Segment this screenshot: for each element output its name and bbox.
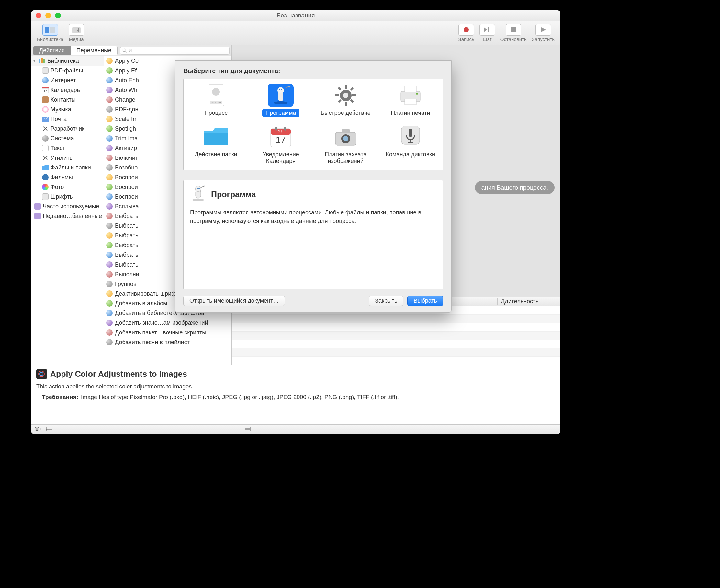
tree-item[interactable]: Текст	[31, 143, 104, 153]
tree-item[interactable]: Разработчик	[31, 124, 104, 133]
record-button[interactable]: Запись	[458, 24, 474, 42]
view-flow-icon[interactable]	[245, 427, 251, 432]
tree-item[interactable]: Система	[31, 133, 104, 143]
action-row[interactable]: Добавить песни в плейлист	[104, 337, 232, 347]
svg-point-75	[195, 186, 201, 192]
svg-text:WFLOW: WFLOW	[211, 101, 221, 104]
tree-item[interactable]: Интернет	[31, 75, 104, 85]
svg-rect-44	[288, 86, 291, 88]
tree-root[interactable]: ▼ Библиотека	[31, 56, 104, 66]
type-quick-action[interactable]: Быстрое действие	[313, 82, 378, 119]
choose-button[interactable]: Выбрать	[407, 296, 443, 306]
tree-smart-item[interactable]: Недавно…бавленные	[31, 211, 104, 221]
action-icon	[106, 212, 113, 219]
type-workflow[interactable]: WFLOW Процесс	[184, 82, 248, 119]
pdf-icon	[42, 67, 49, 74]
action-label: Выбрать	[115, 261, 139, 268]
segment-actions[interactable]: Действия	[33, 46, 71, 55]
segment-bar: Действия Переменные И	[31, 45, 232, 56]
pixelmator-icon	[36, 369, 47, 379]
photos-icon	[42, 183, 49, 190]
tree-item[interactable]: PDF-файлы	[31, 66, 104, 75]
action-label: Воспрои	[115, 193, 138, 200]
action-icon	[106, 145, 113, 152]
tree-item[interactable]: Фото	[31, 182, 104, 192]
type-grid: WFLOW Процесс Программа Быстрое действие	[183, 79, 443, 170]
type-application[interactable]: Программа	[248, 82, 313, 119]
modal-heading: Выберите тип для документа:	[183, 67, 443, 75]
media-icon	[68, 24, 84, 36]
tree-item[interactable]: Фильмы	[31, 172, 104, 182]
action-icon	[106, 67, 113, 74]
svg-rect-52	[350, 99, 354, 103]
action-label: Добавить в альбом	[115, 300, 167, 307]
segment-control[interactable]: Действия Переменные	[33, 46, 118, 55]
tree-item[interactable]: Музыка	[31, 104, 104, 114]
view-list-icon[interactable]	[235, 427, 241, 432]
mail-icon	[42, 115, 49, 123]
svg-rect-4	[78, 28, 79, 30]
search-icon	[122, 48, 127, 53]
detail-requirements: Требования: Image files of type Pixelmat…	[36, 394, 555, 401]
svg-point-41	[279, 89, 280, 90]
type-calendar-alarm[interactable]: JUL17 Уведомление Календаря	[248, 124, 313, 167]
svg-point-5	[464, 27, 469, 32]
tree-item[interactable]: Утилиты	[31, 153, 104, 163]
chevron-down-icon: ▼	[33, 59, 37, 63]
panel-toggle-icon[interactable]	[46, 427, 52, 432]
step-button[interactable]: Шаг	[479, 24, 495, 42]
action-label: Trim Ima	[115, 135, 138, 142]
svg-text:JUL: JUL	[278, 130, 284, 133]
type-dictation-command[interactable]: Команда диктовки	[378, 124, 443, 167]
action-label: Воспрои	[115, 184, 138, 190]
library-toggle-button[interactable]: Библиотека	[37, 24, 63, 42]
gear-menu-icon[interactable]	[34, 426, 41, 433]
svg-rect-1	[50, 26, 55, 33]
run-button[interactable]: Запустить	[532, 24, 555, 42]
action-label: Auto Wh	[115, 87, 137, 93]
log-column-duration[interactable]: Длительность	[497, 298, 560, 305]
library-icon	[42, 24, 58, 36]
action-row[interactable]: Добавить пакет…вочные скрипты	[104, 328, 232, 337]
open-existing-button[interactable]: Открыть имеющийся документ…	[183, 296, 285, 306]
folder-icon	[203, 125, 229, 148]
action-icon	[106, 125, 113, 132]
tree-item[interactable]: Файлы и папки	[31, 163, 104, 172]
action-label: Change	[115, 97, 135, 103]
type-folder-action[interactable]: Действие папки	[184, 124, 248, 167]
action-icon	[106, 300, 113, 307]
tree-item[interactable]: Почта	[31, 114, 104, 124]
automator-robot-icon	[190, 185, 206, 204]
log-body	[232, 306, 560, 364]
action-icon	[106, 290, 113, 297]
tree-item[interactable]: Контакты	[31, 95, 104, 104]
close-button[interactable]: Закрыть	[369, 296, 403, 306]
category-tree[interactable]: ▼ Библиотека PDF-файлы Интернет 17Календ…	[31, 56, 104, 364]
svg-rect-56	[405, 86, 416, 92]
action-label: Выбрать	[115, 232, 139, 239]
segment-variables[interactable]: Переменные	[71, 46, 117, 55]
tree-smart-item[interactable]: Часто используемые	[31, 202, 104, 211]
action-icon	[106, 135, 113, 142]
action-row[interactable]: Добавить значо…ам изображений	[104, 318, 232, 328]
action-icon	[106, 164, 113, 171]
type-print-plugin[interactable]: Плагин печати	[378, 82, 443, 119]
application-icon	[268, 84, 294, 107]
media-button[interactable]: Медиа	[68, 24, 84, 42]
stop-button[interactable]: Остановить	[500, 24, 527, 42]
globe-icon	[42, 77, 49, 84]
tree-item[interactable]: 17Календарь	[31, 85, 104, 95]
svg-rect-51	[338, 87, 341, 90]
type-image-capture-plugin[interactable]: Плагин захвата изображений	[313, 124, 378, 167]
system-icon	[42, 135, 49, 142]
search-field[interactable]: И	[120, 47, 229, 55]
action-icon	[106, 106, 113, 113]
svg-rect-66	[342, 129, 349, 133]
svg-point-40	[277, 87, 284, 93]
action-icon	[106, 339, 113, 346]
action-label: Выбрать	[115, 242, 139, 249]
record-icon	[458, 24, 474, 36]
action-label: Всплыва	[115, 203, 139, 210]
tree-item[interactable]: Шрифты	[31, 192, 104, 202]
automator-window: Без названия Библиотека Медиа Запись Шаг…	[31, 10, 560, 434]
